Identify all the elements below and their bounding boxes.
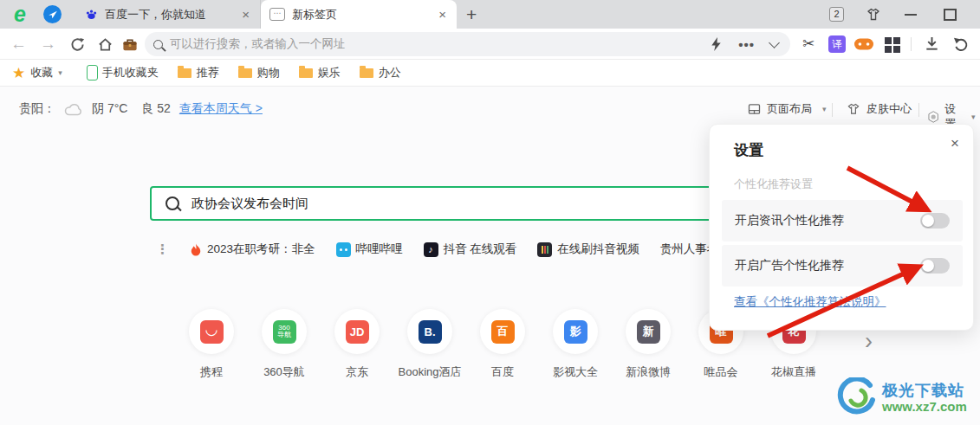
shortcut-label: 花椒直播: [771, 364, 816, 380]
minimize-button[interactable]: [905, 14, 917, 16]
toggle-knob: [922, 260, 934, 272]
shortcut-label: 百度: [491, 364, 514, 380]
shortcut-circle: 360导航: [262, 309, 307, 354]
shortcut-jd[interactable]: JD 京东: [321, 309, 393, 380]
translate-icon[interactable]: 译: [828, 35, 846, 53]
infobar-divider: [918, 103, 919, 117]
booking-icon: B.: [419, 320, 442, 344]
watermark-site-name: 极光下载站: [882, 383, 967, 400]
setting-row-news-personalization: 开启资讯个性化推荐: [722, 200, 963, 241]
setting-label: 开启广告个性化推荐: [735, 258, 844, 274]
maximize-button[interactable]: [944, 9, 957, 21]
restore-tab-icon[interactable]: [953, 35, 970, 52]
ctrip-icon: ◡: [200, 320, 224, 344]
back-button[interactable]: ←: [10, 35, 27, 54]
shortcut-weibo[interactable]: 新 新浪微博: [612, 309, 685, 380]
news-personalization-toggle[interactable]: [920, 213, 950, 229]
flame-icon: [190, 242, 202, 257]
quick-link-bilibili[interactable]: 哔哩哔哩: [336, 241, 403, 257]
download-icon[interactable]: [924, 35, 940, 52]
shortcut-label: Booking酒店: [399, 364, 462, 380]
tab-bar: e 百度一下，你就知道 × ⋯ 新标签页 × + 2: [0, 0, 980, 29]
toggle-knob: [922, 215, 934, 227]
bookmark-label: 手机收藏夹: [102, 65, 159, 80]
panel-close-icon[interactable]: ×: [951, 135, 959, 152]
address-bar[interactable]: 可以进行搜索，或者输入一个网址 •••: [145, 32, 790, 56]
page-layout-control[interactable]: 页面布局 ▾: [747, 101, 832, 117]
cloud-icon: [64, 102, 83, 116]
shortcut-label: 360导航: [263, 364, 305, 380]
quick-links-menu-icon[interactable]: ⋮: [156, 241, 169, 257]
video-app-icon: [537, 242, 552, 257]
tab-title: 百度一下，你就知道: [105, 7, 233, 23]
folder-icon: [360, 68, 373, 78]
quick-link-label: 2023在职考研：非全: [207, 241, 315, 257]
shortcut-label: 影视大全: [553, 364, 598, 380]
bookmark-folder-recommend[interactable]: 推荐: [178, 65, 219, 80]
douyin-note-icon: ♪: [424, 242, 438, 257]
favorites-label[interactable]: 收藏: [30, 65, 53, 80]
messenger-icon[interactable]: [43, 5, 62, 23]
forward-button[interactable]: →: [40, 35, 56, 54]
games-icon[interactable]: [854, 37, 873, 51]
window-count-badge[interactable]: 2: [829, 7, 844, 22]
shortcut-circle: B.: [407, 309, 452, 354]
shortcut-baidu[interactable]: 百 百度: [466, 309, 539, 380]
quick-link-label: 在线刷抖音视频: [557, 241, 639, 257]
tab-close-icon[interactable]: ×: [240, 7, 251, 22]
apps-grid-icon[interactable]: [885, 37, 900, 53]
shortcut-booking[interactable]: B. Booking酒店: [393, 309, 466, 380]
quick-link-douyin-video[interactable]: 在线刷抖音视频: [537, 241, 639, 257]
tab-newtab[interactable]: ⋯ 新标签页 ×: [261, 0, 457, 29]
jiguang-logo-icon: [835, 377, 877, 419]
shortcut-circle: 影: [553, 309, 598, 354]
new-tab-button[interactable]: +: [466, 4, 477, 25]
infobar-divider: [832, 103, 833, 117]
shortcut-360nav[interactable]: 360导航 360导航: [248, 309, 321, 380]
shortcut-label: 唯品会: [704, 364, 738, 380]
chevron-down-icon[interactable]: [769, 37, 780, 48]
favorites-caret-icon[interactable]: ▾: [58, 68, 62, 77]
lightning-icon[interactable]: [711, 37, 723, 52]
folder-icon: [299, 68, 313, 78]
ad-personalization-toggle[interactable]: [920, 258, 950, 274]
bookmark-folder-office[interactable]: 办公: [360, 65, 401, 80]
browser-logo-icon[interactable]: e: [9, 3, 31, 26]
shortcut-circle: JD: [334, 309, 380, 354]
settings-panel: 设置 × 个性化推荐设置 开启资讯个性化推荐 开启广告个性化推荐 查看《个性化推…: [709, 124, 974, 331]
briefcase-icon[interactable]: [121, 36, 139, 53]
bookmark-label: 购物: [257, 65, 280, 80]
favorites-star-icon[interactable]: ★: [12, 64, 25, 82]
skin-shirt-icon[interactable]: [866, 7, 881, 22]
watermark-url: www.xz7.com: [882, 400, 967, 415]
bilibili-icon: [336, 242, 351, 257]
algorithm-description-link[interactable]: 查看《个性化推荐算法说明》: [734, 294, 886, 310]
bookmark-mobile-folder[interactable]: 手机收藏夹: [87, 65, 159, 80]
quick-link-douyin[interactable]: ♪ 抖音 在线观看: [424, 241, 517, 257]
weather-city: 贵阳：: [19, 101, 55, 117]
layout-icon: [747, 102, 762, 116]
home-button[interactable]: [97, 36, 114, 53]
bookmark-folder-entertainment[interactable]: 娱乐: [299, 65, 341, 80]
tab-close-icon[interactable]: ×: [437, 7, 448, 22]
quick-link-label: 哔哩哔哩: [356, 241, 403, 257]
screenshot-scissors-icon[interactable]: ✂: [802, 35, 815, 53]
layout-label: 页面布局: [767, 101, 812, 117]
quick-link-hot[interactable]: 2023在职考研：非全: [190, 241, 315, 257]
folder-icon: [178, 68, 191, 78]
bookmark-folder-shopping[interactable]: 购物: [238, 65, 280, 80]
search-query[interactable]: 政协会议发布会时间: [191, 196, 308, 212]
tab-title: 新标签页: [292, 7, 430, 23]
navigation-toolbar: ← → 可以进行搜索，或者输入一个网址 ••• ✂ 译: [0, 29, 980, 60]
reload-button[interactable]: [69, 36, 86, 53]
bookmark-label: 娱乐: [318, 65, 341, 80]
shortcut-ctrip[interactable]: ◡ 携程: [175, 309, 248, 380]
more-options-icon[interactable]: •••: [738, 37, 755, 52]
skin-center-control[interactable]: 皮肤中心: [846, 101, 912, 117]
weather-week-link[interactable]: 查看本周天气 >: [179, 101, 263, 117]
shortcut-next-page-chevron[interactable]: ›: [865, 328, 873, 355]
layout-caret-icon: ▾: [822, 105, 827, 113]
shortcut-movies[interactable]: 影 影视大全: [539, 309, 612, 380]
site-watermark: 极光下载站 www.xz7.com: [835, 377, 967, 419]
tab-baidu[interactable]: 百度一下，你就知道 ×: [76, 0, 261, 29]
